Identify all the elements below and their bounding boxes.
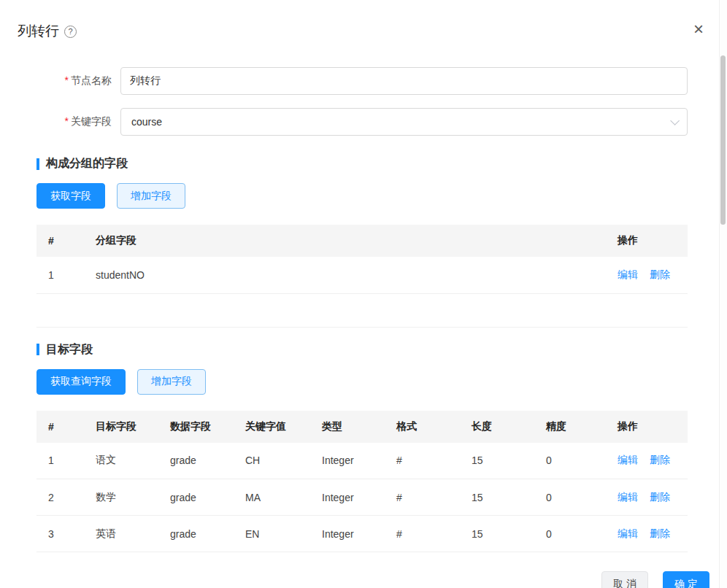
cell-actions: 编辑删除 bbox=[606, 443, 688, 479]
section-divider bbox=[36, 294, 688, 328]
cancel-button[interactable]: 取 消 bbox=[601, 571, 648, 588]
section-title-bar bbox=[36, 158, 39, 170]
cell-format: # bbox=[385, 516, 460, 552]
cell-precision: 0 bbox=[534, 516, 606, 552]
cell-type: Integer bbox=[310, 479, 385, 516]
cell-length: 15 bbox=[460, 443, 534, 479]
get-fields-button[interactable]: 获取字段 bbox=[36, 183, 105, 209]
cell-index: 1 bbox=[36, 443, 84, 479]
dialog-footer: 取 消 确 定 bbox=[0, 571, 727, 588]
col-header-key-value: 关键字值 bbox=[234, 411, 310, 443]
col-header-actions: 操作 bbox=[606, 411, 688, 443]
dialog-header: 列转行 ? × bbox=[0, 0, 727, 41]
table-row: 3 英语 grade EN Integer # 15 0 编辑删除 bbox=[36, 516, 688, 552]
get-query-fields-button[interactable]: 获取查询字段 bbox=[36, 369, 126, 395]
col-header-target-field: 目标字段 bbox=[84, 411, 158, 443]
cell-actions: 编辑删除 bbox=[606, 516, 688, 552]
col-header-index: # bbox=[36, 225, 84, 257]
cell-index: 2 bbox=[36, 479, 84, 516]
pivot-dialog: 列转行 ? × *节点名称 *关键字段 course bbox=[0, 0, 727, 588]
key-field-select[interactable]: course bbox=[120, 108, 688, 136]
delete-link[interactable]: 删除 bbox=[650, 527, 670, 539]
cell-key-value: CH bbox=[234, 443, 310, 479]
table-row: 1 studentNO 编辑删除 bbox=[36, 257, 688, 293]
section-title-bar bbox=[36, 344, 39, 355]
cell-length: 15 bbox=[460, 516, 534, 552]
dialog-content: *节点名称 *关键字段 course 构成分组的字段 获取字段 bbox=[0, 67, 727, 552]
cell-data-field: grade bbox=[158, 443, 234, 479]
cell-group-field: studentNO bbox=[84, 257, 606, 293]
section-target-fields: 目标字段 获取查询字段 增加字段 # 目标字段 数据字段 关键字值 bbox=[36, 342, 688, 553]
cell-actions: 编辑删除 bbox=[606, 479, 688, 516]
key-field-label: *关键字段 bbox=[36, 115, 120, 128]
col-header-index: # bbox=[36, 411, 84, 443]
col-header-format: 格式 bbox=[385, 411, 460, 443]
group-fields-table: # 分组字段 操作 1 studentNO 编辑删除 bbox=[36, 225, 688, 294]
cell-format: # bbox=[385, 443, 460, 479]
col-header-data-field: 数据字段 bbox=[158, 411, 234, 443]
edit-link[interactable]: 编辑 bbox=[618, 491, 638, 503]
target-fields-buttons: 获取查询字段 增加字段 bbox=[36, 369, 688, 395]
target-fields-table: # 目标字段 数据字段 关键字值 类型 格式 长度 精度 操作 1 语文 bbox=[36, 411, 688, 553]
table-row: 1 语文 grade CH Integer # 15 0 编辑删除 bbox=[36, 443, 688, 479]
section-target-fields-title: 目标字段 bbox=[36, 342, 688, 357]
col-header-precision: 精度 bbox=[534, 411, 606, 443]
col-header-actions: 操作 bbox=[606, 225, 688, 257]
node-name-label: *节点名称 bbox=[36, 74, 120, 88]
scrollbar-track[interactable] bbox=[719, 0, 727, 588]
help-icon[interactable]: ? bbox=[64, 26, 77, 38]
col-header-type: 类型 bbox=[310, 411, 385, 443]
section-group-fields-title: 构成分组的字段 bbox=[36, 156, 688, 171]
group-fields-buttons: 获取字段 增加字段 bbox=[36, 183, 688, 209]
delete-link[interactable]: 删除 bbox=[650, 491, 670, 503]
col-header-length: 长度 bbox=[460, 411, 534, 443]
node-name-input[interactable] bbox=[120, 67, 688, 95]
cell-length: 15 bbox=[460, 479, 534, 516]
confirm-button[interactable]: 确 定 bbox=[663, 571, 709, 588]
table-row: 2 数学 grade MA Integer # 15 0 编辑删除 bbox=[36, 479, 688, 516]
cell-precision: 0 bbox=[534, 479, 606, 516]
cell-index: 1 bbox=[36, 257, 84, 293]
edit-link[interactable]: 编辑 bbox=[618, 454, 638, 465]
add-field-button[interactable]: 增加字段 bbox=[117, 183, 185, 209]
dialog-title-wrap: 列转行 ? bbox=[18, 22, 77, 41]
edit-link[interactable]: 编辑 bbox=[618, 268, 638, 280]
delete-link[interactable]: 删除 bbox=[650, 268, 670, 280]
cell-actions: 编辑删除 bbox=[606, 257, 688, 293]
edit-link[interactable]: 编辑 bbox=[618, 527, 638, 539]
cell-precision: 0 bbox=[534, 443, 606, 479]
scrollbar-thumb[interactable] bbox=[720, 55, 726, 225]
key-field-selected-value: course bbox=[131, 116, 162, 128]
dialog-title: 列转行 bbox=[18, 22, 59, 41]
required-mark: * bbox=[65, 74, 69, 86]
chevron-down-icon bbox=[670, 116, 680, 125]
cell-type: Integer bbox=[310, 443, 385, 479]
cell-key-value: EN bbox=[234, 516, 310, 552]
cell-data-field: grade bbox=[158, 479, 234, 516]
cell-index: 3 bbox=[36, 516, 84, 552]
cell-key-value: MA bbox=[234, 479, 310, 516]
table-header-row: # 分组字段 操作 bbox=[36, 225, 688, 257]
close-icon[interactable]: × bbox=[693, 22, 704, 36]
form: *节点名称 *关键字段 course bbox=[36, 67, 688, 136]
col-header-group-field: 分组字段 bbox=[84, 225, 606, 257]
form-row-key-field: *关键字段 course bbox=[36, 108, 688, 136]
cell-target-field: 语文 bbox=[84, 443, 158, 479]
cell-target-field: 英语 bbox=[84, 516, 158, 552]
add-field-button[interactable]: 增加字段 bbox=[137, 369, 206, 395]
cell-format: # bbox=[385, 479, 460, 516]
cell-type: Integer bbox=[310, 516, 385, 552]
table-header-row: # 目标字段 数据字段 关键字值 类型 格式 长度 精度 操作 bbox=[36, 411, 688, 443]
cell-target-field: 数学 bbox=[84, 479, 158, 516]
delete-link[interactable]: 删除 bbox=[650, 454, 670, 465]
required-mark: * bbox=[65, 115, 69, 127]
form-row-node-name: *节点名称 bbox=[36, 67, 688, 95]
cell-data-field: grade bbox=[158, 516, 234, 552]
section-group-fields: 构成分组的字段 获取字段 增加字段 # 分组字段 操作 1 bbox=[36, 156, 688, 328]
